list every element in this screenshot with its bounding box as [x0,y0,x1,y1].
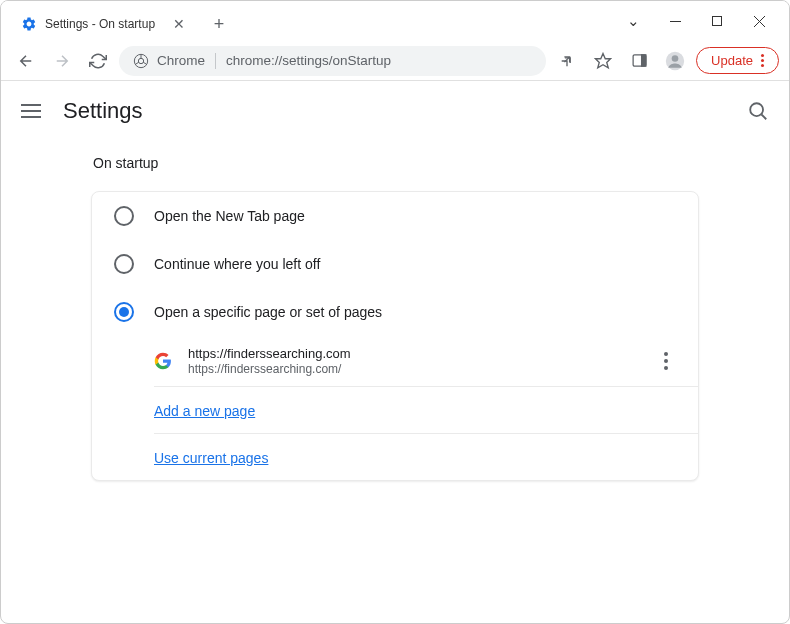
add-page-row[interactable]: Add a new page [154,387,698,434]
back-button[interactable] [11,46,41,76]
section-label: On startup [93,155,699,171]
update-button[interactable]: Update [696,47,779,74]
chrome-logo-icon [133,53,149,69]
radio-icon [114,302,134,322]
radio-option-continue[interactable]: Continue where you left off [92,240,698,288]
address-prefix: Chrome [133,53,205,69]
add-page-link: Add a new page [154,403,255,419]
page-title: Settings [63,98,143,124]
svg-point-14 [672,55,679,62]
profile-icon[interactable] [660,46,690,76]
svg-marker-9 [596,53,611,67]
svg-rect-12 [641,55,645,66]
side-panel-icon[interactable] [624,46,654,76]
window-controls: ⌄ [603,1,789,41]
tab-search-chevron-icon[interactable]: ⌄ [615,6,651,36]
tab-settings[interactable]: Settings - On startup ✕ [9,7,199,41]
new-tab-button[interactable]: + [205,10,233,38]
close-window-button[interactable] [741,6,777,36]
google-favicon-icon [154,352,172,370]
use-current-link: Use current pages [154,450,268,466]
radio-label: Open a specific page or set of pages [154,304,382,320]
browser-toolbar: Chrome chrome://settings/onStartup Updat… [1,41,789,81]
settings-gear-icon [21,16,37,32]
menu-hamburger-icon[interactable] [21,100,41,122]
minimize-button[interactable] [657,6,693,36]
radio-option-new-tab[interactable]: Open the New Tab page [92,192,698,240]
radio-icon [114,206,134,226]
bookmark-icon[interactable] [588,46,618,76]
svg-rect-1 [713,17,722,26]
page-name: https://finderssearching.com [188,346,640,361]
close-tab-icon[interactable]: ✕ [171,16,187,32]
address-bar[interactable]: Chrome chrome://settings/onStartup [119,46,546,76]
share-icon[interactable] [552,46,582,76]
settings-content: On startup Open the New Tab page Continu… [1,155,789,511]
tab-title: Settings - On startup [45,17,155,31]
tabs-area: Settings - On startup ✕ + [1,1,603,41]
address-divider [215,53,216,69]
page-item-menu-icon[interactable] [656,352,676,370]
address-url: chrome://settings/onStartup [226,53,391,68]
startup-pages-list: https://finderssearching.com https://fin… [92,336,698,480]
reload-button[interactable] [83,46,113,76]
svg-point-15 [750,103,763,116]
svg-line-8 [143,62,146,64]
svg-point-5 [138,58,143,63]
radio-label: Open the New Tab page [154,208,305,224]
radio-icon [114,254,134,274]
search-settings-icon[interactable] [747,100,769,122]
svg-line-16 [761,114,766,119]
maximize-button[interactable] [699,6,735,36]
startup-card: Open the New Tab page Continue where you… [91,191,699,481]
use-current-row[interactable]: Use current pages [154,434,698,480]
radio-label: Continue where you left off [154,256,320,272]
address-prefix-label: Chrome [157,53,205,68]
titlebar: Settings - On startup ✕ + ⌄ [1,1,789,41]
page-info: https://finderssearching.com https://fin… [188,346,640,376]
radio-option-specific-page[interactable]: Open a specific page or set of pages [92,288,698,336]
menu-dots-icon [761,54,764,67]
startup-page-item: https://finderssearching.com https://fin… [154,336,698,387]
forward-button[interactable] [47,46,77,76]
svg-line-7 [135,62,138,64]
update-label: Update [711,53,753,68]
page-url: https://finderssearching.com/ [188,362,640,376]
settings-header: Settings [1,81,789,141]
